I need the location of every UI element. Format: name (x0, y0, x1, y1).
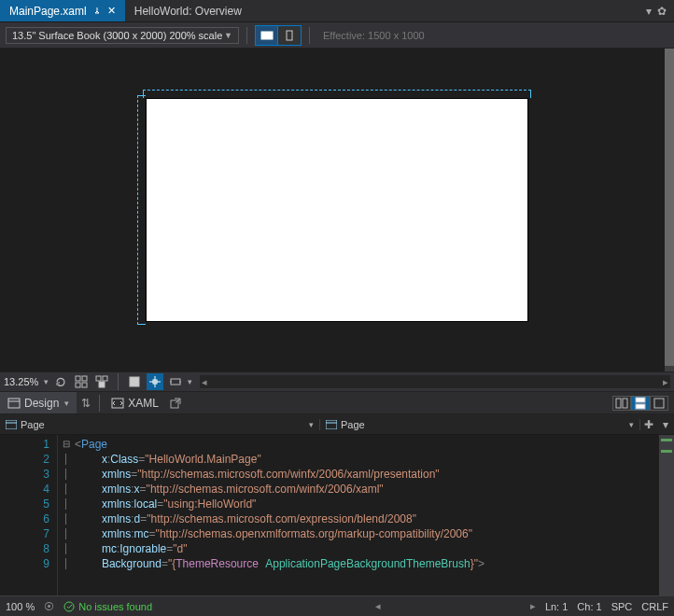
design-icon (7, 398, 21, 409)
svg-rect-1 (287, 31, 292, 40)
chevron-down-icon: ▾ (44, 377, 49, 386)
chevron-down-icon: ▾ (64, 399, 69, 408)
collapse-pane-button[interactable] (650, 396, 668, 411)
nav-element-left[interactable]: Page ▾ (0, 419, 320, 430)
design-footer: 13.25% ▾ ▾ ◂ ▸ (0, 371, 674, 392)
nav-element-right[interactable]: Page ▾ (320, 419, 640, 430)
status-eol[interactable]: CRLF (641, 601, 668, 612)
vertical-scrollbar[interactable] (665, 49, 674, 371)
snap-toggle[interactable] (147, 373, 163, 390)
xaml-pane-tab[interactable]: XAML (104, 392, 166, 413)
svg-rect-20 (6, 420, 17, 429)
tab-overflow-icon[interactable]: ▾ (646, 5, 652, 18)
swap-panes-button[interactable]: ⇅ (77, 397, 95, 410)
orientation-group (255, 25, 302, 46)
popout-button[interactable] (166, 398, 185, 409)
issues-text: No issues found (78, 601, 152, 612)
refresh-button[interactable] (52, 373, 69, 390)
nav-forward-button[interactable]: ▸ (530, 600, 536, 612)
design-surface[interactable] (0, 49, 674, 371)
nav-left-label: Page (21, 419, 45, 430)
close-icon[interactable]: ✕ (107, 5, 116, 17)
svg-rect-4 (76, 383, 80, 387)
fit-selection-button[interactable] (93, 373, 110, 390)
chevron-down-icon: ▾ (309, 420, 314, 429)
svg-rect-2 (76, 376, 80, 381)
tab-overview[interactable]: HelloWorld: Overview (125, 0, 251, 21)
status-col[interactable]: Ch: 1 (577, 601, 601, 612)
document-tabs: MainPage.xaml ✕ HelloWorld: Overview ▾ ✿ (0, 0, 674, 22)
element-icon (326, 420, 337, 429)
zoom-reset-button[interactable]: ⦿ (44, 601, 54, 612)
zoom-control[interactable]: 13.25% ▾ (4, 376, 49, 387)
code-nav-bar: Page ▾ Page ▾ ✚ ▾ (0, 414, 674, 435)
zoom-value: 13.25% (4, 376, 38, 387)
ruler-horizontal (143, 90, 531, 97)
divider (309, 27, 310, 44)
svg-rect-9 (130, 377, 139, 386)
fit-all-button[interactable] (73, 373, 90, 390)
scroll-thumb[interactable] (665, 49, 674, 366)
status-indent[interactable]: SPC (611, 601, 633, 612)
svg-rect-7 (103, 376, 107, 381)
design-tab-label: Design (24, 397, 59, 410)
svg-rect-18 (636, 404, 645, 409)
svg-point-22 (64, 602, 74, 611)
tab-label: MainPage.xaml (9, 5, 87, 18)
horizontal-split-button[interactable] (631, 396, 650, 411)
divider (246, 27, 247, 44)
svg-rect-3 (82, 376, 87, 381)
code-content[interactable]: <Page x:Class="HelloWorld.MainPage" xmln… (75, 435, 659, 595)
design-toolbar: 13.5" Surface Book (3000 x 2000) 200% sc… (0, 22, 674, 49)
page-canvas[interactable] (147, 99, 527, 321)
status-zoom[interactable]: 100 % (6, 601, 35, 612)
nav-right-label: Page (341, 419, 365, 430)
svg-rect-8 (99, 382, 105, 387)
chevron-down-icon: ▾ (629, 420, 634, 429)
chevron-down-icon[interactable]: ▾ (188, 377, 192, 386)
scroll-marker (661, 450, 672, 453)
fold-column[interactable]: ⊟ ││││││││ (58, 435, 75, 595)
ruler-vertical (137, 95, 145, 325)
nav-overflow-button[interactable]: ▾ (657, 418, 674, 431)
horizontal-scrollbar[interactable]: ◂ ▸ (200, 375, 670, 388)
line-gutter: 123456789 (0, 435, 58, 595)
effects-button[interactable] (126, 373, 143, 390)
svg-rect-13 (112, 399, 123, 408)
status-line[interactable]: Ln: 1 (545, 601, 568, 612)
svg-rect-0 (261, 32, 273, 39)
svg-rect-17 (636, 398, 645, 402)
device-selector[interactable]: 13.5" Surface Book (3000 x 2000) 200% sc… (6, 27, 239, 44)
snap-settings-button[interactable] (167, 373, 184, 390)
editor-vertical-scrollbar[interactable] (659, 435, 674, 595)
divider (99, 395, 100, 412)
svg-rect-15 (616, 399, 621, 408)
split-editor-button[interactable]: ✚ (640, 418, 657, 431)
svg-rect-21 (326, 420, 337, 429)
fold-toggle[interactable]: ⊟ (58, 437, 75, 452)
settings-icon[interactable]: ✿ (657, 5, 667, 18)
tab-mainpage[interactable]: MainPage.xaml ✕ (0, 0, 125, 21)
divider (118, 373, 119, 390)
effective-resolution: Effective: 1500 x 1000 (323, 30, 425, 41)
code-editor[interactable]: 123456789 ⊟ ││││││││ <Page x:Class="Hell… (0, 435, 674, 595)
status-bar: 100 % ⦿ No issues found ◂ ▸ Ln: 1 Ch: 1 … (0, 595, 674, 616)
pin-icon (92, 7, 102, 16)
xaml-icon (111, 398, 124, 409)
vertical-split-button[interactable] (612, 396, 631, 411)
svg-rect-19 (654, 399, 664, 408)
design-pane-tab[interactable]: Design ▾ (0, 392, 77, 413)
issues-indicator[interactable]: No issues found (63, 601, 152, 612)
svg-rect-6 (96, 376, 101, 381)
svg-rect-12 (8, 399, 20, 408)
check-circle-icon (63, 601, 75, 612)
tab-label: HelloWorld: Overview (134, 5, 242, 18)
element-icon (6, 420, 17, 429)
chevron-down-icon: ▼ (224, 31, 232, 40)
nav-back-button[interactable]: ◂ (375, 600, 381, 612)
landscape-button[interactable] (256, 26, 278, 45)
svg-rect-5 (82, 383, 87, 387)
svg-rect-16 (623, 399, 627, 408)
device-label: 13.5" Surface Book (3000 x 2000) 200% sc… (12, 30, 222, 41)
portrait-button[interactable] (278, 26, 301, 45)
